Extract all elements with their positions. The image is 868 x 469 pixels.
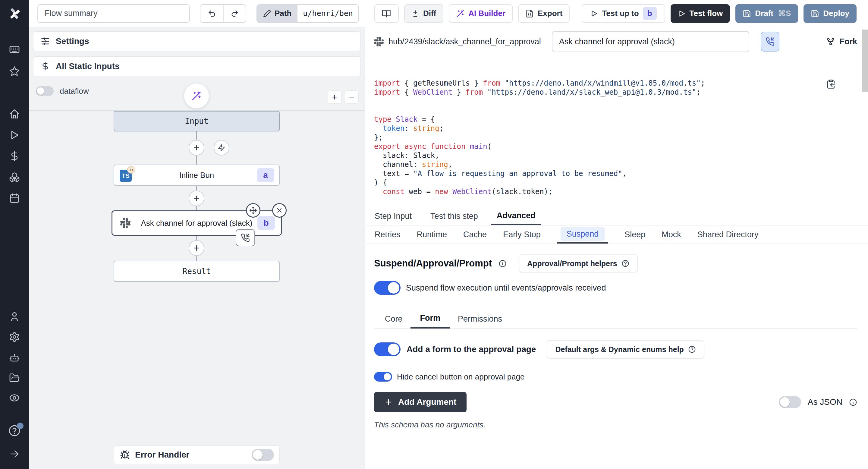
node-step-badge: b xyxy=(257,216,275,230)
tab-step-input[interactable]: Step Input xyxy=(375,207,412,225)
step-detail-panel: hub/2439/slack/ask_channel_for_approval … xyxy=(366,27,868,469)
plus-icon xyxy=(193,194,200,202)
runs-play-icon[interactable] xyxy=(0,130,29,140)
undo-button[interactable] xyxy=(200,5,223,22)
add-step-button-3[interactable] xyxy=(189,240,204,256)
node-step-badge: a xyxy=(257,168,274,182)
delete-node-button[interactable] xyxy=(272,203,287,218)
tab-cache[interactable]: Cache xyxy=(463,226,487,244)
save-icon xyxy=(743,9,751,18)
step-tabs: Step Input Test this step Advanced xyxy=(366,207,868,225)
error-handler-card[interactable]: Error Handler xyxy=(114,445,280,464)
deploy-button[interactable]: Deploy xyxy=(804,4,857,23)
copy-code-button[interactable] xyxy=(826,61,852,107)
flow-settings-button[interactable]: Settings xyxy=(33,31,361,51)
approval-helpers-label: Approval/Prompt helpers xyxy=(527,259,617,268)
static-inputs-label: All Static Inputs xyxy=(56,61,120,71)
favorites-star-icon[interactable] xyxy=(0,66,29,76)
subtab-permissions[interactable]: Permissions xyxy=(458,309,502,329)
resources-boxes-icon[interactable] xyxy=(0,172,29,183)
folders-icon[interactable] xyxy=(0,373,29,383)
add-step-button-2[interactable] xyxy=(189,190,204,206)
ai-flow-wand-button[interactable] xyxy=(184,83,209,108)
tab-shared-directory[interactable]: Shared Directory xyxy=(698,226,758,244)
tab-early-stop[interactable]: Early Stop xyxy=(503,226,541,244)
help-notification-dot xyxy=(17,423,24,429)
tab-runtime[interactable]: Runtime xyxy=(417,226,447,244)
tab-test-this-step[interactable]: Test this step xyxy=(430,207,478,225)
path-value[interactable]: u/henri/ben xyxy=(298,5,358,22)
as-json-toggle[interactable] xyxy=(779,396,801,408)
error-handler-label: Error Handler xyxy=(135,450,190,460)
suspend-phone-incoming-badge[interactable] xyxy=(236,229,255,246)
flow-graph-panel: Settings All Static Inputs dataflow + − … xyxy=(29,27,365,469)
code-editor[interactable]: import { getResumeUrls } from "https://d… xyxy=(366,56,868,207)
git-fork-icon xyxy=(826,37,835,46)
approval-helpers-button[interactable]: Approval/Prompt helpers xyxy=(519,254,638,273)
all-static-inputs-button[interactable]: All Static Inputs xyxy=(33,56,361,76)
default-args-help-button[interactable]: Default args & Dynamic enums help xyxy=(547,340,704,359)
info-icon[interactable] xyxy=(498,259,507,268)
test-flow-button[interactable]: Test flow xyxy=(671,4,730,23)
node-input[interactable]: Input xyxy=(114,111,280,131)
tab-advanced[interactable]: Advanced xyxy=(491,207,541,225)
settings-gear-icon[interactable] xyxy=(0,332,29,342)
bun-icon xyxy=(127,166,135,174)
draft-button[interactable]: Draft ⌘S xyxy=(735,4,798,23)
as-json-label: As JSON xyxy=(808,397,842,407)
flow-summary-input[interactable] xyxy=(37,4,190,23)
add-trigger-button[interactable] xyxy=(214,140,229,156)
node-result[interactable]: Result xyxy=(114,261,280,282)
suspend-toggle[interactable] xyxy=(374,281,401,295)
node-inline-bun[interactable]: TS Inline Bun a xyxy=(114,164,280,186)
redo-button[interactable] xyxy=(223,5,246,22)
hide-cancel-label: Hide cancel button on approval page xyxy=(397,372,525,382)
flow-panel-divider xyxy=(29,110,365,111)
fork-button[interactable]: Fork xyxy=(826,37,857,46)
settings-label: Settings xyxy=(56,36,89,46)
code-scrollbar-thumb[interactable] xyxy=(862,30,868,92)
ai-builder-button[interactable]: AI Builder xyxy=(449,4,513,23)
add-step-button-1[interactable] xyxy=(189,140,204,156)
move-node-handle[interactable] xyxy=(246,203,260,218)
zoom-in-button[interactable]: + xyxy=(328,90,341,104)
export-button[interactable]: Export xyxy=(518,4,569,23)
add-argument-button[interactable]: Add Argument xyxy=(374,392,467,412)
zap-icon xyxy=(218,144,225,152)
quick-access-keyboard-icon[interactable] xyxy=(0,44,29,55)
audit-logs-eye-icon[interactable] xyxy=(0,393,29,403)
suspend-subtabs: Core Form Permissions xyxy=(374,309,857,329)
suspend-indicator-button[interactable] xyxy=(761,32,779,52)
add-form-toggle[interactable] xyxy=(374,342,401,356)
schedules-calendar-icon[interactable] xyxy=(0,193,29,204)
users-icon[interactable] xyxy=(0,311,29,322)
workers-bot-icon[interactable] xyxy=(0,352,29,363)
test-up-to-button[interactable]: Test up to b xyxy=(582,4,665,23)
path-control[interactable]: Path u/henri/ben xyxy=(256,4,359,23)
path-button[interactable]: Path xyxy=(257,5,298,22)
plus-icon xyxy=(193,144,200,152)
tab-suspend[interactable]: Suspend xyxy=(557,226,609,244)
diff-icon xyxy=(411,10,419,18)
docs-button[interactable] xyxy=(374,4,399,23)
hide-cancel-toggle[interactable] xyxy=(374,372,392,382)
zoom-out-button[interactable]: − xyxy=(345,90,359,104)
windmill-logo-icon[interactable] xyxy=(0,0,29,27)
error-handler-toggle[interactable] xyxy=(252,449,274,461)
subtab-form[interactable]: Form xyxy=(410,309,450,329)
variables-dollar-icon[interactable] xyxy=(0,151,29,162)
tab-retries[interactable]: Retries xyxy=(375,226,401,244)
step-title-input[interactable] xyxy=(552,31,749,52)
tab-mock[interactable]: Mock xyxy=(661,226,681,244)
dataflow-toggle[interactable] xyxy=(36,86,54,96)
info-icon[interactable] xyxy=(849,398,857,406)
typescript-bun-icon: TS xyxy=(120,168,134,182)
expand-sidebar-arrow-icon[interactable] xyxy=(0,448,29,459)
tab-sleep[interactable]: Sleep xyxy=(624,226,645,244)
home-icon[interactable] xyxy=(0,108,29,119)
dataflow-label: dataflow xyxy=(60,87,89,96)
add-argument-label: Add Argument xyxy=(398,397,456,407)
diff-button[interactable]: Diff xyxy=(404,4,443,23)
help-icon[interactable] xyxy=(0,425,29,437)
subtab-core[interactable]: Core xyxy=(385,309,403,329)
